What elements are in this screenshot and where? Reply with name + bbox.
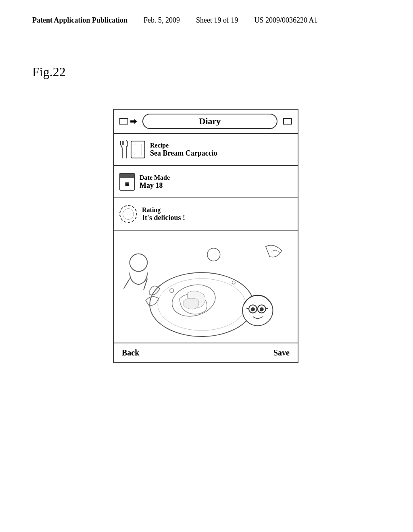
menu-icon	[283, 118, 292, 125]
svg-point-15	[260, 308, 264, 312]
date-label: Date Made	[140, 174, 292, 181]
smiley-inner	[123, 208, 134, 220]
svg-rect-3	[114, 231, 298, 343]
date-text: Date Made May 18	[140, 174, 292, 190]
plate-icon	[131, 141, 145, 158]
utensils-icon	[119, 140, 128, 159]
phone-mockup: ➡ Diary	[113, 109, 298, 363]
recipe-value: Sea Bream Carpaccio	[150, 149, 292, 158]
title-pill: Diary	[142, 114, 277, 129]
fork-knife-svg	[119, 140, 128, 159]
title-bar-left: ➡	[119, 116, 137, 126]
patent-number: US 2009/0036220 A1	[254, 16, 318, 25]
rating-text: Rating It's delicious !	[142, 206, 292, 222]
cal-body: ▦	[120, 178, 134, 190]
patent-label: Patent Application Publication	[32, 16, 127, 25]
bottom-bar: Back Save	[114, 343, 298, 362]
date-icon-area: ▦	[119, 173, 135, 191]
publication-date: Feb. 5, 2009	[144, 16, 180, 25]
smiley-icon	[119, 205, 137, 223]
rating-value: It's delicious !	[142, 214, 292, 222]
recipe-icon-area	[119, 140, 145, 159]
sheet-info: Sheet 19 of 19	[196, 16, 238, 25]
forward-icon: ➡	[130, 116, 137, 126]
illustration-area	[114, 231, 298, 343]
date-row: ▦ Date Made May 18	[114, 166, 298, 198]
recipe-text: Recipe Sea Bream Carpaccio	[150, 142, 292, 158]
figure-label: Fig.22	[32, 64, 66, 79]
svg-point-14	[251, 308, 255, 312]
page-header: Patent Application Publication Feb. 5, 2…	[0, 16, 413, 25]
plate-inner	[134, 144, 142, 155]
save-button[interactable]: Save	[273, 348, 290, 357]
calendar-icon: ▦	[119, 173, 135, 191]
back-button[interactable]: Back	[122, 348, 139, 357]
cal-top	[120, 174, 134, 178]
recipe-row: Recipe Sea Bream Carpaccio	[114, 134, 298, 166]
title-bar: ➡ Diary	[114, 110, 298, 134]
back-icon	[119, 118, 128, 125]
date-value: May 18	[140, 181, 292, 190]
food-illustration	[114, 231, 298, 343]
rating-icon-area	[119, 205, 137, 223]
rating-row: Rating It's delicious !	[114, 198, 298, 231]
rating-label: Rating	[142, 206, 292, 214]
recipe-label: Recipe	[150, 142, 292, 149]
